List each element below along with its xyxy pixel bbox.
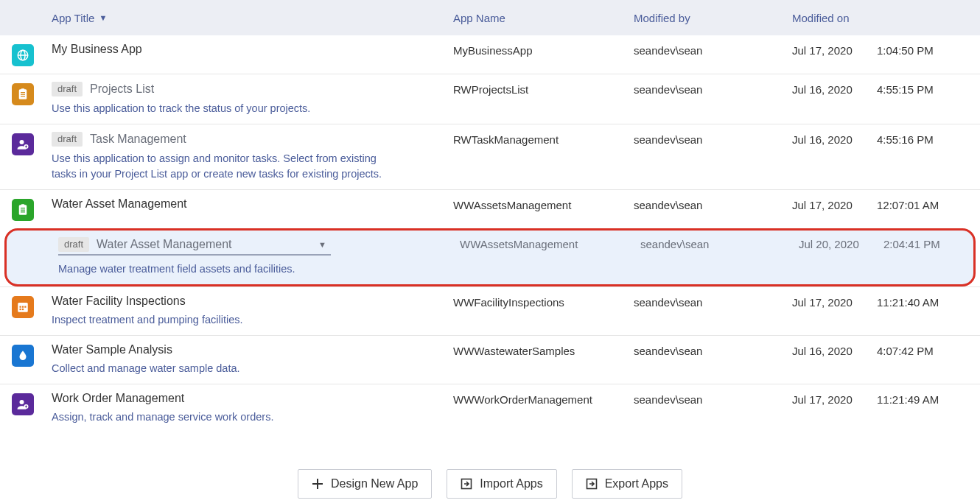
cell-time: 12:07:01 AM (877, 197, 973, 221)
app-description: Use this application to track the status… (52, 101, 398, 116)
user-plus-icon (12, 393, 34, 415)
cell-name: WWFacilityInspections (453, 295, 634, 328)
user-plus-icon (12, 133, 34, 155)
app-title: Work Order Management (52, 392, 184, 405)
cell-by: seandev\sean (634, 392, 792, 425)
export-icon (586, 478, 598, 490)
cell-name: WWWorkOrderManagement (453, 392, 634, 425)
sort-desc-icon: ▼ (99, 13, 107, 22)
import-apps-button[interactable]: Import Apps (447, 469, 556, 499)
col-header-title[interactable]: App Title ▼ (52, 12, 453, 24)
cell-name: RWTaskManagement (453, 132, 634, 182)
svg-point-21 (20, 400, 24, 404)
cell-by: seandev\sean (634, 295, 792, 328)
cell-time: 4:55:16 PM (877, 132, 973, 182)
cell-by: seandev\sean (634, 132, 792, 182)
globe-icon (12, 44, 34, 66)
import-apps-label: Import Apps (480, 477, 542, 490)
cell-by: seandev\sean (640, 236, 799, 277)
chevron-down-icon[interactable]: ▼ (314, 240, 331, 249)
clipboard-icon (12, 199, 34, 221)
table-row[interactable]: draftProjects ListUse this application t… (0, 74, 980, 124)
cell-time: 2:04:41 PM (883, 236, 979, 277)
table-row[interactable]: Water Asset ManagementWWAssetsManagement… (0, 189, 980, 228)
cell-date: Jul 16, 2020 (792, 82, 877, 116)
svg-rect-5 (21, 94, 25, 95)
cell-time: 4:55:15 PM (877, 82, 973, 116)
app-title: Projects List (90, 82, 154, 96)
col-header-by[interactable]: Modified by (634, 12, 792, 24)
app-title: Water Asset Management (52, 197, 187, 211)
svg-rect-19 (20, 309, 21, 310)
app-title-input[interactable] (97, 236, 314, 253)
cell-name: WWWastewaterSamples (453, 343, 634, 376)
cell-by: seandev\sean (634, 343, 792, 376)
app-description: Collect and manage water sample data. (52, 361, 398, 376)
svg-rect-10 (21, 204, 25, 206)
cell-time: 11:21:49 AM (877, 392, 973, 425)
cell-date: Jul 17, 2020 (792, 197, 877, 221)
table-row[interactable]: Water Facility InspectionsInspect treatm… (0, 286, 980, 335)
cell-by: seandev\sean (634, 197, 792, 221)
cell-date: Jul 17, 2020 (792, 43, 877, 66)
cell-name: RWProjectsList (453, 82, 634, 116)
cell-date: Jul 17, 2020 (792, 295, 877, 328)
app-description: Manage water treatment field assets and … (58, 261, 405, 277)
cell-by: seandev\sean (634, 43, 792, 66)
cell-date: Jul 16, 2020 (792, 343, 877, 376)
app-description: Inspect treatment and pumping facilities… (52, 312, 398, 328)
svg-rect-20 (22, 309, 24, 310)
cell-name: MyBusinessApp (453, 43, 634, 66)
cell-date: Jul 20, 2020 (799, 236, 883, 277)
app-title: Task Management (90, 133, 186, 146)
svg-rect-12 (21, 210, 25, 211)
svg-rect-6 (21, 96, 25, 96)
svg-rect-4 (21, 92, 25, 93)
svg-rect-11 (21, 208, 25, 208)
svg-rect-16 (20, 306, 21, 308)
apps-table: App Title ▼ App Name Modified by Modifie… (0, 0, 980, 432)
plus-icon (312, 478, 323, 490)
design-new-app-button[interactable]: Design New App (298, 469, 432, 499)
svg-rect-13 (21, 211, 25, 212)
svg-rect-3 (21, 88, 25, 91)
svg-point-7 (20, 140, 24, 144)
table-row[interactable]: draftTask ManagementUse this application… (0, 124, 980, 189)
cell-time: 11:21:40 AM (877, 295, 973, 328)
cell-date: Jul 16, 2020 (792, 132, 877, 182)
cell-name: WWAssetsManagement (460, 236, 640, 277)
svg-rect-18 (24, 306, 26, 308)
drop-icon (12, 345, 34, 367)
app-description: Assign, track and manage service work or… (52, 409, 398, 425)
cell-name: WWAssetsManagement (453, 197, 634, 221)
clipboard-icon (12, 83, 34, 105)
draft-badge: draft (58, 237, 89, 252)
app-title: Water Facility Inspections (52, 295, 186, 308)
cell-by: seandev\sean (634, 82, 792, 116)
import-icon (461, 478, 472, 490)
table-row[interactable]: My Business AppMyBusinessAppseandev\sean… (0, 35, 980, 74)
draft-badge: draft (52, 82, 83, 96)
col-header-name[interactable]: App Name (453, 12, 634, 24)
table-row[interactable]: draft▼Manage water treatment field asset… (4, 228, 976, 286)
col-header-title-label: App Title (52, 12, 94, 24)
col-header-on[interactable]: Modified on (792, 12, 877, 24)
app-title: Water Sample Analysis (52, 343, 172, 356)
calendar-icon (12, 296, 34, 318)
table-row[interactable]: Work Order ManagementAssign, track and m… (0, 384, 980, 432)
export-apps-button[interactable]: Export Apps (572, 469, 682, 499)
footer-actions: Design New App Import Apps Export Apps (0, 469, 980, 499)
app-title: My Business App (52, 43, 142, 56)
draft-badge: draft (52, 132, 83, 147)
design-new-app-label: Design New App (331, 477, 418, 490)
cell-time: 1:04:50 PM (877, 43, 973, 66)
table-header: App Title ▼ App Name Modified by Modifie… (0, 0, 980, 35)
app-description: Use this application to assign and monit… (52, 151, 398, 182)
cell-time: 4:07:42 PM (877, 343, 973, 376)
export-apps-label: Export Apps (605, 477, 668, 490)
table-row[interactable]: Water Sample AnalysisCollect and manage … (0, 335, 980, 384)
svg-rect-17 (22, 306, 24, 308)
cell-date: Jul 17, 2020 (792, 392, 877, 425)
